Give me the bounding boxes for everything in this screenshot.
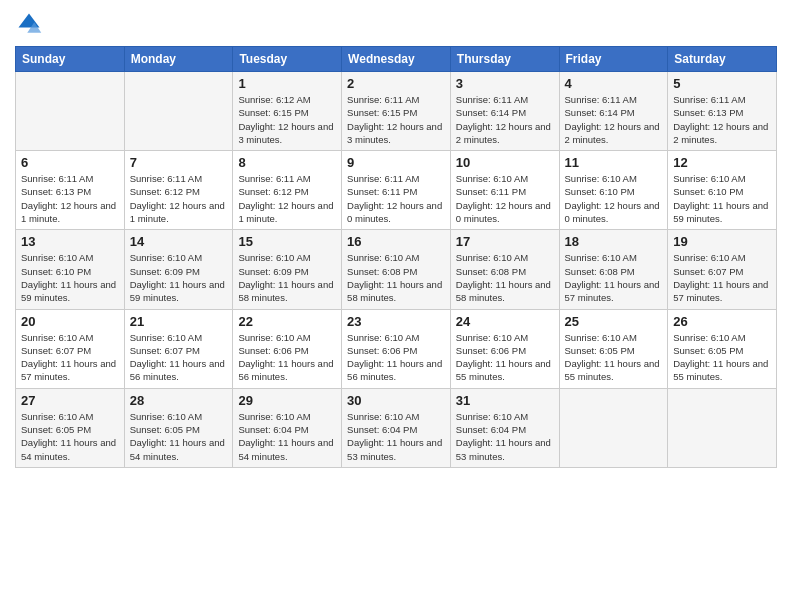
day-number: 5: [673, 76, 771, 91]
day-number: 17: [456, 234, 554, 249]
day-cell: 28Sunrise: 6:10 AM Sunset: 6:05 PM Dayli…: [124, 388, 233, 467]
day-cell: 15Sunrise: 6:10 AM Sunset: 6:09 PM Dayli…: [233, 230, 342, 309]
day-number: 21: [130, 314, 228, 329]
day-detail: Sunrise: 6:10 AM Sunset: 6:05 PM Dayligh…: [21, 410, 119, 463]
day-detail: Sunrise: 6:10 AM Sunset: 6:08 PM Dayligh…: [565, 251, 663, 304]
day-detail: Sunrise: 6:10 AM Sunset: 6:08 PM Dayligh…: [347, 251, 445, 304]
day-number: 15: [238, 234, 336, 249]
day-number: 31: [456, 393, 554, 408]
day-cell: 5Sunrise: 6:11 AM Sunset: 6:13 PM Daylig…: [668, 72, 777, 151]
day-detail: Sunrise: 6:12 AM Sunset: 6:15 PM Dayligh…: [238, 93, 336, 146]
day-cell: [124, 72, 233, 151]
week-row-5: 27Sunrise: 6:10 AM Sunset: 6:05 PM Dayli…: [16, 388, 777, 467]
weekday-header-wednesday: Wednesday: [342, 47, 451, 72]
day-detail: Sunrise: 6:10 AM Sunset: 6:04 PM Dayligh…: [238, 410, 336, 463]
day-number: 3: [456, 76, 554, 91]
day-detail: Sunrise: 6:11 AM Sunset: 6:12 PM Dayligh…: [238, 172, 336, 225]
day-cell: 27Sunrise: 6:10 AM Sunset: 6:05 PM Dayli…: [16, 388, 125, 467]
day-cell: 4Sunrise: 6:11 AM Sunset: 6:14 PM Daylig…: [559, 72, 668, 151]
day-detail: Sunrise: 6:10 AM Sunset: 6:04 PM Dayligh…: [456, 410, 554, 463]
day-cell: 22Sunrise: 6:10 AM Sunset: 6:06 PM Dayli…: [233, 309, 342, 388]
day-cell: 11Sunrise: 6:10 AM Sunset: 6:10 PM Dayli…: [559, 151, 668, 230]
day-number: 1: [238, 76, 336, 91]
day-number: 6: [21, 155, 119, 170]
day-detail: Sunrise: 6:11 AM Sunset: 6:14 PM Dayligh…: [456, 93, 554, 146]
page: SundayMondayTuesdayWednesdayThursdayFrid…: [0, 0, 792, 612]
day-cell: 17Sunrise: 6:10 AM Sunset: 6:08 PM Dayli…: [450, 230, 559, 309]
header: [15, 10, 777, 38]
day-detail: Sunrise: 6:10 AM Sunset: 6:05 PM Dayligh…: [130, 410, 228, 463]
day-detail: Sunrise: 6:10 AM Sunset: 6:09 PM Dayligh…: [130, 251, 228, 304]
day-detail: Sunrise: 6:10 AM Sunset: 6:06 PM Dayligh…: [456, 331, 554, 384]
day-number: 26: [673, 314, 771, 329]
day-detail: Sunrise: 6:11 AM Sunset: 6:12 PM Dayligh…: [130, 172, 228, 225]
day-number: 24: [456, 314, 554, 329]
day-cell: 12Sunrise: 6:10 AM Sunset: 6:10 PM Dayli…: [668, 151, 777, 230]
day-cell: 13Sunrise: 6:10 AM Sunset: 6:10 PM Dayli…: [16, 230, 125, 309]
day-number: 22: [238, 314, 336, 329]
day-cell: 3Sunrise: 6:11 AM Sunset: 6:14 PM Daylig…: [450, 72, 559, 151]
day-detail: Sunrise: 6:10 AM Sunset: 6:10 PM Dayligh…: [565, 172, 663, 225]
day-cell: 8Sunrise: 6:11 AM Sunset: 6:12 PM Daylig…: [233, 151, 342, 230]
day-detail: Sunrise: 6:10 AM Sunset: 6:05 PM Dayligh…: [673, 331, 771, 384]
day-cell: [559, 388, 668, 467]
day-cell: 29Sunrise: 6:10 AM Sunset: 6:04 PM Dayli…: [233, 388, 342, 467]
day-detail: Sunrise: 6:10 AM Sunset: 6:10 PM Dayligh…: [21, 251, 119, 304]
day-cell: 19Sunrise: 6:10 AM Sunset: 6:07 PM Dayli…: [668, 230, 777, 309]
calendar-table: SundayMondayTuesdayWednesdayThursdayFrid…: [15, 46, 777, 468]
day-detail: Sunrise: 6:11 AM Sunset: 6:11 PM Dayligh…: [347, 172, 445, 225]
day-number: 4: [565, 76, 663, 91]
day-number: 29: [238, 393, 336, 408]
day-detail: Sunrise: 6:11 AM Sunset: 6:13 PM Dayligh…: [673, 93, 771, 146]
day-cell: 16Sunrise: 6:10 AM Sunset: 6:08 PM Dayli…: [342, 230, 451, 309]
week-row-4: 20Sunrise: 6:10 AM Sunset: 6:07 PM Dayli…: [16, 309, 777, 388]
weekday-header-sunday: Sunday: [16, 47, 125, 72]
day-detail: Sunrise: 6:11 AM Sunset: 6:14 PM Dayligh…: [565, 93, 663, 146]
day-number: 20: [21, 314, 119, 329]
day-cell: 26Sunrise: 6:10 AM Sunset: 6:05 PM Dayli…: [668, 309, 777, 388]
day-number: 10: [456, 155, 554, 170]
weekday-header-monday: Monday: [124, 47, 233, 72]
day-detail: Sunrise: 6:10 AM Sunset: 6:06 PM Dayligh…: [238, 331, 336, 384]
day-number: 12: [673, 155, 771, 170]
day-detail: Sunrise: 6:10 AM Sunset: 6:04 PM Dayligh…: [347, 410, 445, 463]
day-number: 7: [130, 155, 228, 170]
day-cell: 30Sunrise: 6:10 AM Sunset: 6:04 PM Dayli…: [342, 388, 451, 467]
week-row-1: 1Sunrise: 6:12 AM Sunset: 6:15 PM Daylig…: [16, 72, 777, 151]
day-cell: 1Sunrise: 6:12 AM Sunset: 6:15 PM Daylig…: [233, 72, 342, 151]
day-number: 27: [21, 393, 119, 408]
day-cell: 9Sunrise: 6:11 AM Sunset: 6:11 PM Daylig…: [342, 151, 451, 230]
day-number: 28: [130, 393, 228, 408]
day-detail: Sunrise: 6:10 AM Sunset: 6:10 PM Dayligh…: [673, 172, 771, 225]
day-number: 8: [238, 155, 336, 170]
day-number: 14: [130, 234, 228, 249]
day-cell: 2Sunrise: 6:11 AM Sunset: 6:15 PM Daylig…: [342, 72, 451, 151]
day-detail: Sunrise: 6:10 AM Sunset: 6:05 PM Dayligh…: [565, 331, 663, 384]
day-cell: 21Sunrise: 6:10 AM Sunset: 6:07 PM Dayli…: [124, 309, 233, 388]
logo-icon: [15, 10, 43, 38]
day-detail: Sunrise: 6:11 AM Sunset: 6:15 PM Dayligh…: [347, 93, 445, 146]
day-number: 25: [565, 314, 663, 329]
weekday-header-saturday: Saturday: [668, 47, 777, 72]
day-number: 16: [347, 234, 445, 249]
day-cell: 10Sunrise: 6:10 AM Sunset: 6:11 PM Dayli…: [450, 151, 559, 230]
day-cell: [16, 72, 125, 151]
day-cell: [668, 388, 777, 467]
day-detail: Sunrise: 6:10 AM Sunset: 6:11 PM Dayligh…: [456, 172, 554, 225]
day-cell: 24Sunrise: 6:10 AM Sunset: 6:06 PM Dayli…: [450, 309, 559, 388]
day-number: 23: [347, 314, 445, 329]
day-detail: Sunrise: 6:10 AM Sunset: 6:07 PM Dayligh…: [130, 331, 228, 384]
day-number: 18: [565, 234, 663, 249]
day-number: 11: [565, 155, 663, 170]
day-number: 2: [347, 76, 445, 91]
weekday-header-row: SundayMondayTuesdayWednesdayThursdayFrid…: [16, 47, 777, 72]
day-number: 30: [347, 393, 445, 408]
day-cell: 23Sunrise: 6:10 AM Sunset: 6:06 PM Dayli…: [342, 309, 451, 388]
day-cell: 20Sunrise: 6:10 AM Sunset: 6:07 PM Dayli…: [16, 309, 125, 388]
day-number: 19: [673, 234, 771, 249]
day-cell: 14Sunrise: 6:10 AM Sunset: 6:09 PM Dayli…: [124, 230, 233, 309]
day-detail: Sunrise: 6:10 AM Sunset: 6:08 PM Dayligh…: [456, 251, 554, 304]
day-detail: Sunrise: 6:10 AM Sunset: 6:07 PM Dayligh…: [673, 251, 771, 304]
day-cell: 6Sunrise: 6:11 AM Sunset: 6:13 PM Daylig…: [16, 151, 125, 230]
day-detail: Sunrise: 6:10 AM Sunset: 6:09 PM Dayligh…: [238, 251, 336, 304]
